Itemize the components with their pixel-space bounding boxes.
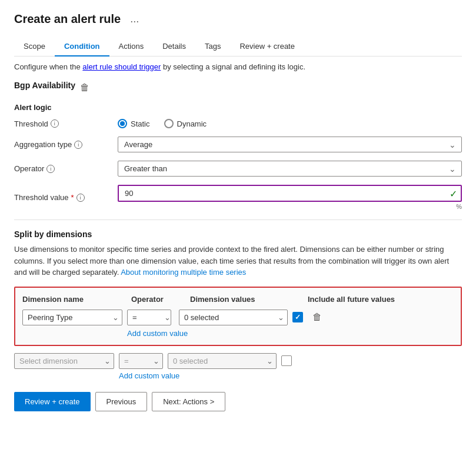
page-title-container: Create an alert rule ... [14, 12, 462, 26]
dim-op-wrap-1: = [127, 310, 174, 325]
review-create-button[interactable]: Review + create [14, 392, 91, 411]
dimension-row-1: Peering Type = 0 selected 🗑 [22, 310, 454, 325]
include-future-checkbox-2[interactable] [281, 355, 292, 366]
aggregation-info-icon[interactable]: i [74, 141, 82, 149]
dim-op-select-1[interactable]: = [127, 310, 171, 325]
aggregation-row: Aggregation type i Average Minimum Maxim… [14, 137, 462, 152]
aggregation-control: Average Minimum Maximum Total Count [118, 137, 462, 152]
dim-name-wrap-2: Select dimension [14, 353, 114, 369]
required-star: * [71, 193, 74, 202]
threshold-value-row: Threshold value * i ✓ % [14, 185, 462, 210]
col-operator: Operator [131, 295, 190, 304]
dim-values-wrap-1: 0 selected [179, 310, 288, 325]
threshold-dynamic-label[interactable]: Dynamic [164, 119, 207, 128]
threshold-control: Static Dynamic [118, 119, 462, 128]
signal-delete-icon[interactable]: 🗑 [80, 82, 89, 93]
dim-name-select-2[interactable]: Select dimension [14, 353, 114, 369]
add-custom-value-link-1[interactable]: Add custom value [127, 329, 454, 338]
threshold-radio-group: Static Dynamic [118, 119, 462, 128]
threshold-unit: % [118, 203, 462, 210]
threshold-checkmark-icon: ✓ [450, 188, 457, 199]
previous-button[interactable]: Previous [95, 392, 148, 411]
threshold-value-label: Threshold value * i [14, 193, 108, 202]
aggregation-select[interactable]: Average Minimum Maximum Total Count [118, 137, 462, 152]
next-button[interactable]: Next: Actions > [152, 392, 225, 411]
add-custom-value-row-2: Add custom value [119, 371, 462, 380]
threshold-info-icon[interactable]: i [51, 119, 59, 128]
dim-values-wrap-2: 0 selected [168, 353, 277, 369]
operator-label: Operator i [14, 164, 108, 173]
dimensions-table-active: Dimension name Operator Dimension values… [14, 287, 462, 346]
tab-condition[interactable]: Condition [55, 37, 109, 56]
condition-description: Configure when the alert rule should tri… [14, 62, 462, 71]
split-description: Use dimensions to monitor specific time … [14, 244, 462, 278]
dim-name-wrap-1: Peering Type [22, 310, 122, 325]
dimensions-header: Dimension name Operator Dimension values… [22, 295, 454, 304]
tab-actions[interactable]: Actions [109, 37, 154, 56]
operator-row: Operator i Greater than Less than Greate… [14, 161, 462, 177]
threshold-input-wrapper: ✓ [118, 185, 462, 202]
alert-logic-title: Alert logic [14, 103, 462, 112]
footer-buttons: Review + create Previous Next: Actions > [14, 392, 462, 411]
col-dimension-values: Dimension values [190, 295, 308, 304]
operator-control: Greater than Less than Greater than or e… [118, 161, 462, 177]
col-dimension-name: Dimension name [22, 295, 131, 304]
dim-row-delete-1[interactable]: 🗑 [312, 312, 322, 322]
threshold-label: Threshold i [14, 119, 108, 128]
tab-review-create[interactable]: Review + create [230, 37, 304, 56]
alert-rule-link[interactable]: alert rule should trigger [82, 62, 161, 71]
dim-values-select-1[interactable]: 0 selected [179, 310, 288, 325]
dim-op-wrap-2: = [119, 353, 163, 369]
dim-values-select-2[interactable]: 0 selected [168, 353, 277, 369]
aggregation-label: Aggregation type i [14, 140, 108, 149]
threshold-value-control: ✓ % [118, 185, 462, 210]
ellipsis-button[interactable]: ... [127, 12, 142, 26]
monitoring-link[interactable]: About monitoring multiple time series [121, 268, 246, 277]
threshold-static-text: Static [131, 119, 150, 128]
dim-name-select-1[interactable]: Peering Type [22, 310, 122, 325]
threshold-value-input[interactable] [118, 185, 462, 202]
signal-header: Bgp Availability 🗑 [14, 81, 462, 95]
threshold-static-label[interactable]: Static [118, 119, 150, 128]
dim-op-select-2[interactable]: = [119, 353, 163, 369]
tab-details[interactable]: Details [153, 37, 195, 56]
threshold-value-info-icon[interactable]: i [76, 194, 85, 202]
col-include-future: Include all future values [308, 295, 454, 304]
threshold-static-radio[interactable] [118, 119, 127, 128]
threshold-row: Threshold i Static Dynamic [14, 119, 462, 128]
operator-info-icon[interactable]: i [46, 165, 55, 173]
page-title: Create an alert rule [14, 12, 121, 26]
operator-select[interactable]: Greater than Less than Greater than or e… [118, 161, 462, 177]
threshold-dynamic-text: Dynamic [177, 119, 207, 128]
add-custom-value-link-2[interactable]: Add custom value [119, 371, 179, 380]
signal-name: Bgp Availability [14, 81, 75, 90]
threshold-dynamic-radio[interactable] [164, 119, 174, 128]
dimension-row-2: Select dimension = 0 selected [14, 353, 462, 369]
split-dimensions-title: Split by dimensions [14, 230, 462, 239]
tab-nav: Scope Condition Actions Details Tags Rev… [14, 37, 462, 56]
tab-scope[interactable]: Scope [14, 37, 55, 56]
section-divider [14, 219, 462, 220]
tab-tags[interactable]: Tags [195, 37, 230, 56]
include-future-checkbox-1[interactable] [292, 312, 303, 322]
